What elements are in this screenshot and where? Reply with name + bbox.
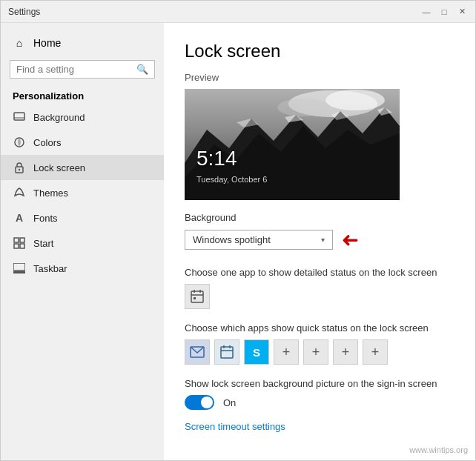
svg-rect-7 (14, 244, 19, 248)
red-arrow-indicator: ➜ (342, 228, 359, 252)
home-icon: ⌂ (13, 36, 26, 50)
lockscreen-icon (13, 161, 26, 174)
svg-rect-9 (13, 263, 25, 271)
sidebar-label-themes: Themes (33, 188, 68, 199)
sidebar-label-lockscreen: Lock screen (33, 162, 85, 173)
choose-one-app-label: Choose one app to show detailed status o… (185, 267, 454, 278)
background-icon (13, 110, 26, 124)
add-app-2-button[interactable]: + (303, 339, 328, 365)
choose-apps-label: Choose which apps show quick status on t… (185, 322, 454, 334)
skype-app-icon[interactable]: S (244, 339, 269, 365)
signin-toggle[interactable] (185, 395, 214, 410)
sidebar-label-fonts: Fonts (33, 213, 58, 224)
main-content: Lock screen Preview (164, 23, 475, 460)
personalization-label: Personalization (1, 83, 164, 105)
background-section-label: Background (185, 212, 454, 223)
svg-rect-27 (221, 347, 233, 358)
choose-apps-section: Choose which apps show quick status on t… (185, 322, 454, 365)
sidebar-item-home[interactable]: ⌂ Home (1, 30, 164, 56)
toggle-row: On (185, 395, 454, 410)
svg-point-14 (277, 99, 329, 116)
svg-rect-0 (14, 113, 24, 120)
sidebar-item-fonts[interactable]: A Fonts (1, 205, 164, 230)
taskbar-icon (13, 262, 26, 275)
svg-point-13 (325, 90, 385, 110)
fonts-icon: A (13, 211, 26, 225)
sidebar-item-start[interactable]: Start (1, 230, 164, 256)
add-app-3-button[interactable]: + (333, 339, 358, 365)
colors-icon (13, 136, 26, 149)
sidebar: ⌂ Home 🔍 Personalization Background Colo… (1, 23, 164, 460)
screen-timeout-link[interactable]: Screen timeout settings (185, 421, 285, 432)
sidebar-item-background[interactable]: Background (1, 105, 164, 130)
dropdown-arrow-icon: ▾ (321, 236, 325, 244)
sidebar-label-start: Start (33, 238, 53, 249)
svg-point-4 (19, 169, 20, 170)
window-title: Settings (8, 7, 40, 17)
quick-app-icons-row: S + + + + (185, 339, 454, 365)
add-app-4-button[interactable]: + (363, 339, 388, 365)
toggle-label: On (223, 397, 236, 408)
mail-app-icon[interactable] (185, 339, 210, 365)
themes-icon (13, 186, 26, 199)
watermark: www.wintips.org (409, 445, 468, 454)
svg-rect-5 (14, 238, 19, 242)
toggle-knob (201, 397, 213, 408)
show-section-label: Show lock screen background picture on t… (185, 378, 454, 389)
start-icon (13, 236, 26, 250)
svg-rect-6 (20, 238, 24, 242)
dropdown-value: Windows spotlight (193, 234, 271, 245)
preview-time: 5:14 (196, 147, 237, 170)
sidebar-label-background: Background (33, 112, 85, 123)
sidebar-item-colors[interactable]: Colors (1, 130, 164, 155)
background-dropdown[interactable]: Windows spotlight ▾ (185, 230, 333, 250)
add-app-1-button[interactable]: + (274, 339, 299, 365)
calendar-quick-icon[interactable] (214, 339, 239, 365)
calendar-app-icon[interactable] (185, 284, 210, 309)
sidebar-label-colors: Colors (33, 137, 62, 148)
preview-date: Tuesday, October 6 (196, 175, 267, 184)
background-dropdown-row: Windows spotlight ▾ ➜ (185, 228, 454, 252)
search-input[interactable] (16, 64, 132, 75)
detailed-app-icons-row (185, 284, 454, 309)
close-button[interactable]: ✕ (456, 6, 468, 18)
svg-rect-8 (20, 244, 24, 248)
minimize-button[interactable]: — (420, 6, 432, 18)
sidebar-item-themes[interactable]: Themes (1, 180, 164, 205)
svg-rect-25 (194, 297, 196, 299)
settings-window: Settings — □ ✕ ⌂ Home 🔍 Personalization … (0, 0, 476, 461)
page-title: Lock screen (185, 41, 454, 62)
titlebar: Settings — □ ✕ (1, 1, 475, 23)
content-area: ⌂ Home 🔍 Personalization Background Colo… (1, 23, 475, 460)
home-label: Home (33, 37, 61, 49)
maximize-button[interactable]: □ (438, 6, 450, 18)
search-box: 🔍 (10, 60, 155, 79)
svg-rect-21 (191, 291, 203, 302)
svg-rect-10 (13, 271, 25, 273)
search-icon: 🔍 (136, 64, 148, 75)
lock-screen-preview: 5:14 Tuesday, October 6 (185, 89, 400, 200)
preview-label: Preview (185, 72, 454, 83)
choose-one-app-section: Choose one app to show detailed status o… (185, 267, 454, 309)
sidebar-label-taskbar: Taskbar (33, 263, 67, 274)
sidebar-item-taskbar[interactable]: Taskbar (1, 256, 164, 281)
sidebar-item-lockscreen[interactable]: Lock screen (1, 155, 164, 180)
window-controls: — □ ✕ (420, 6, 468, 18)
